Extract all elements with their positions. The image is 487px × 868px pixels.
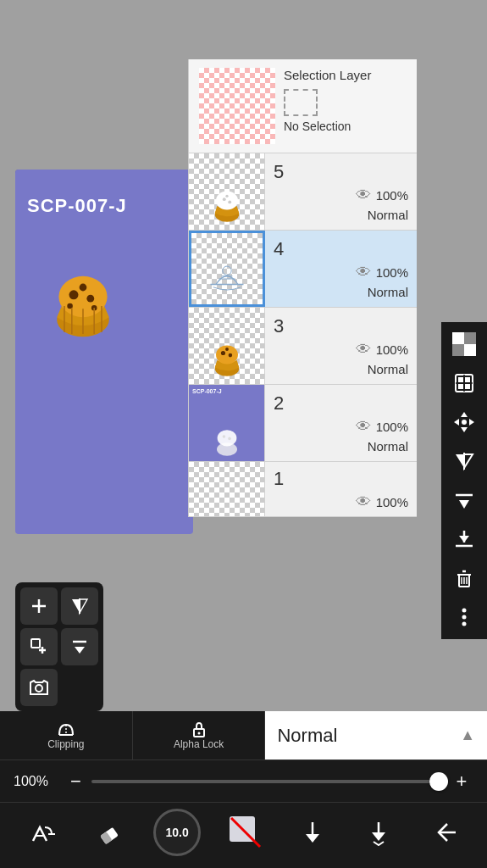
svg-point-61 xyxy=(462,615,467,620)
svg-point-45 xyxy=(462,420,467,425)
clipping-label: Clipping xyxy=(47,738,84,750)
layer-3-blend: Normal xyxy=(368,362,408,376)
clipping-btn[interactable]: Clipping xyxy=(0,711,133,760)
blend-mode-selector[interactable]: Normal ▲ xyxy=(265,711,487,760)
layer-3-eye[interactable]: 👁 xyxy=(356,341,371,359)
alpha-lock-btn[interactable]: Alpha Lock xyxy=(133,711,266,760)
layer-3-opacity-row: 👁 100% xyxy=(356,341,408,359)
layer-row-5[interactable]: 5 👁 100% Normal xyxy=(189,153,417,231)
svg-rect-32 xyxy=(464,332,476,344)
layer-4-info: 4 👁 100% Normal xyxy=(265,233,417,304)
opacity-minus-btn[interactable]: − xyxy=(70,771,81,793)
transform-tool-btn[interactable] xyxy=(20,811,63,854)
layer-1-thumb xyxy=(189,462,265,517)
move-down-btn[interactable] xyxy=(291,811,334,854)
svg-point-3 xyxy=(86,295,94,303)
layer-5-opacity-row: 👁 100% xyxy=(356,186,408,204)
selection-info: Selection Layer No Selection xyxy=(284,68,407,133)
add-sublayer-btn[interactable] xyxy=(20,628,58,665)
alpha-lock-icon xyxy=(189,721,209,738)
svg-marker-43 xyxy=(454,419,459,426)
svg-marker-41 xyxy=(461,412,468,417)
blend-mode-arrow-icon: ▲ xyxy=(460,726,475,744)
layer-row-2[interactable]: SCP-007-J 2 👁 100% Normal xyxy=(189,385,417,462)
opacity-row: 100% − + xyxy=(0,760,487,803)
layer-4-blend: Normal xyxy=(368,285,408,299)
svg-rect-36 xyxy=(465,377,470,382)
more-btn[interactable] xyxy=(445,598,483,636)
add-layer-btn[interactable] xyxy=(20,587,58,625)
layer-row-3[interactable]: 3 👁 100% Normal xyxy=(189,308,417,385)
move-down-chevron-btn[interactable] xyxy=(357,811,400,854)
svg-point-62 xyxy=(462,622,467,626)
svg-marker-50 xyxy=(459,500,469,509)
svg-point-28 xyxy=(222,435,225,438)
svg-rect-30 xyxy=(452,332,464,344)
back-btn[interactable] xyxy=(424,811,467,854)
layer-3-info: 3 👁 100% Normal xyxy=(265,310,417,381)
svg-point-27 xyxy=(217,430,236,446)
blue-canvas-card: SCP-007-J xyxy=(15,170,193,534)
eraser-tool-btn[interactable] xyxy=(87,811,130,854)
layer-5-eye[interactable]: 👁 xyxy=(356,186,371,204)
svg-rect-37 xyxy=(458,384,463,389)
opacity-slider[interactable] xyxy=(91,780,440,783)
layer-3-opacity: 100% xyxy=(376,342,408,357)
color-swatch-btn[interactable] xyxy=(224,811,267,854)
move-down-icon xyxy=(299,819,326,846)
layer-2-number: 2 xyxy=(274,392,284,415)
right-toolbar xyxy=(441,322,487,639)
layer-4-eye[interactable]: 👁 xyxy=(356,264,371,281)
brush-size-value: 10.0 xyxy=(165,826,188,839)
back-icon xyxy=(432,819,459,846)
selection-layer-title: Selection Layer xyxy=(284,68,407,82)
layer-2-eye[interactable]: 👁 xyxy=(356,418,371,436)
flip-horizontal-btn[interactable] xyxy=(61,587,98,625)
clipping-icon xyxy=(56,721,76,738)
download-btn[interactable] xyxy=(445,520,483,558)
svg-point-29 xyxy=(228,437,231,441)
layer-2-thumb: SCP-007-J xyxy=(189,385,265,461)
camera-btn[interactable] xyxy=(20,669,58,706)
layer-2-muffin xyxy=(202,409,252,459)
layer-5-info: 5 👁 100% Normal xyxy=(265,156,417,227)
layer-5-opacity: 100% xyxy=(376,188,408,203)
layer-5-muffin xyxy=(199,171,254,226)
layer-2-blend: Normal xyxy=(368,439,408,453)
mini-toolbar xyxy=(15,582,103,711)
layer-4-sketch xyxy=(200,246,255,301)
svg-point-15 xyxy=(228,200,231,203)
layers-panel: Selection Layer No Selection 5 👁 100% N xyxy=(188,59,417,517)
layer-3-thumb xyxy=(189,308,265,384)
brush-size-btn[interactable]: 10.0 xyxy=(153,809,201,856)
alpha-lock-label: Alpha Lock xyxy=(174,738,224,750)
opacity-plus-btn[interactable]: + xyxy=(450,771,473,793)
layer-1-number: 1 xyxy=(274,468,284,490)
svg-point-60 xyxy=(462,609,467,613)
layer-3-muffin-color xyxy=(199,326,254,381)
svg-point-73 xyxy=(36,685,42,692)
svg-marker-47 xyxy=(464,454,473,468)
transform-icon xyxy=(28,819,55,846)
svg-point-4 xyxy=(80,284,87,292)
selection-thumb xyxy=(199,68,275,144)
move-all-btn[interactable] xyxy=(445,403,483,441)
layer-1-opacity-row: 👁 100% xyxy=(356,493,408,511)
merge-layers-btn[interactable] xyxy=(61,628,98,665)
flip-btn[interactable] xyxy=(445,442,483,480)
layer-4-number: 4 xyxy=(274,238,284,260)
trash-btn[interactable] xyxy=(445,559,483,597)
layer-row-4[interactable]: 4 👁 100% Normal xyxy=(189,231,417,308)
layer-1-opacity: 100% xyxy=(376,495,408,509)
move-down-chevron-icon xyxy=(365,819,392,846)
svg-point-14 xyxy=(222,198,225,201)
layer-row-1[interactable]: 1 👁 100% xyxy=(189,462,417,517)
svg-rect-31 xyxy=(464,344,476,356)
selection-layer-row[interactable]: Selection Layer No Selection xyxy=(189,59,417,153)
flatten-btn[interactable] xyxy=(445,481,483,519)
svg-rect-68 xyxy=(31,639,40,648)
layer-2-opacity: 100% xyxy=(376,420,408,434)
checkerboard-btn[interactable] xyxy=(445,326,483,363)
layer-1-eye[interactable]: 👁 xyxy=(356,493,371,511)
reference-layer-btn[interactable] xyxy=(445,364,483,402)
